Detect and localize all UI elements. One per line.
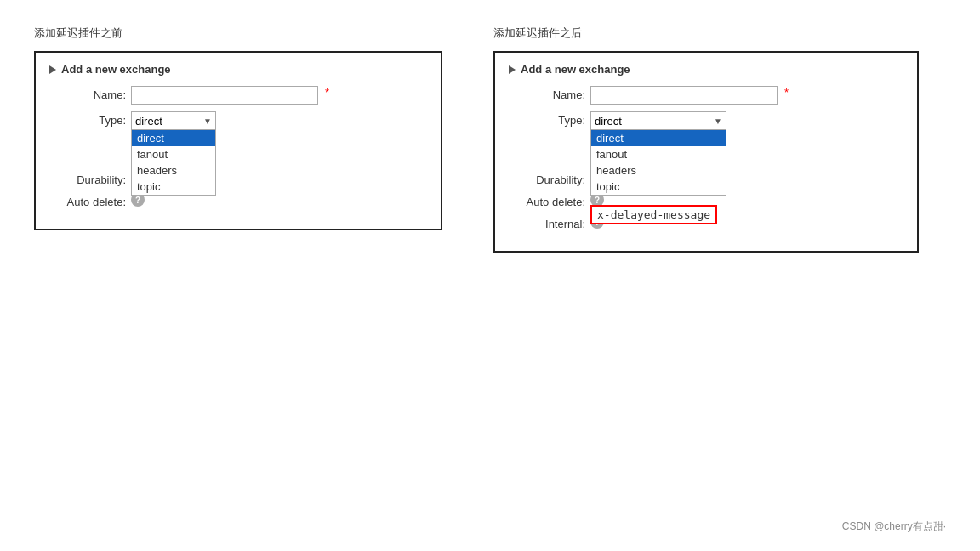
triangle-icon xyxy=(49,65,56,74)
right-extra-option-wrapper: x-delayed-message xyxy=(590,205,717,224)
left-exchange-box: Add a new exchange Name: * Type: direct … xyxy=(34,51,442,230)
left-chevron-icon: ▼ xyxy=(203,116,212,126)
right-triangle-icon xyxy=(509,65,516,74)
left-type-selected-value: direct xyxy=(135,115,162,128)
left-dropdown-list: direct fanout headers topic xyxy=(131,130,216,196)
right-option-topic[interactable]: topic xyxy=(591,179,726,195)
right-chevron-icon: ▼ xyxy=(714,116,722,126)
right-name-input[interactable] xyxy=(590,86,778,105)
left-type-select[interactable]: direct ▼ xyxy=(131,111,216,130)
left-type-row: Type: direct ▼ direct fanout headers top… xyxy=(49,111,427,130)
right-auto-delete-label: Auto delete: xyxy=(509,193,585,208)
right-option-headers[interactable]: headers xyxy=(591,162,726,179)
right-type-row: Type: direct ▼ direct fanout headers top… xyxy=(509,111,903,130)
left-panel-title: 添加延迟插件之前 xyxy=(34,26,442,41)
left-option-headers[interactable]: headers xyxy=(132,162,215,179)
right-name-row: Name: * xyxy=(509,86,903,105)
left-auto-delete-label: Auto delete: xyxy=(49,193,126,208)
watermark: CSDN @cherry有点甜· xyxy=(842,520,946,534)
left-name-required: * xyxy=(325,86,329,99)
left-auto-delete-row: Auto delete: ? xyxy=(49,193,427,208)
left-durability-row: Durability: xyxy=(49,171,427,186)
right-exchange-header: Add a new exchange xyxy=(509,63,903,76)
left-option-fanout[interactable]: fanout xyxy=(132,146,215,162)
left-name-label: Name: xyxy=(49,86,126,101)
right-exchange-box: Add a new exchange Name: * Type: direct … xyxy=(493,51,919,253)
right-panel-title: 添加延迟插件之后 xyxy=(493,26,919,41)
left-type-select-wrapper: direct ▼ direct fanout headers topic xyxy=(131,111,216,130)
right-type-select-wrapper: direct ▼ direct fanout headers topic x-d… xyxy=(590,111,726,130)
right-dropdown-list: direct fanout headers topic xyxy=(590,130,726,196)
right-type-label: Type: xyxy=(509,111,585,127)
left-name-row: Name: * xyxy=(49,86,427,105)
right-exchange-header-label: Add a new exchange xyxy=(521,63,630,76)
left-exchange-header-label: Add a new exchange xyxy=(61,63,171,76)
left-exchange-header: Add a new exchange xyxy=(49,63,427,76)
left-option-topic[interactable]: topic xyxy=(132,179,215,195)
left-type-label: Type: xyxy=(49,111,126,127)
right-type-select[interactable]: direct ▼ xyxy=(590,111,726,130)
left-name-input[interactable] xyxy=(131,86,318,105)
right-extra-option[interactable]: x-delayed-message xyxy=(590,205,717,224)
right-type-selected-value: direct xyxy=(595,115,622,128)
left-panel: 添加延迟插件之前 Add a new exchange Name: * Type… xyxy=(34,26,442,253)
right-panel: 添加延迟插件之后 Add a new exchange Name: * Type… xyxy=(493,26,919,253)
right-internal-label: Internal: xyxy=(509,215,585,230)
left-durability-label: Durability: xyxy=(49,171,126,186)
right-name-label: Name: xyxy=(509,86,585,101)
right-option-fanout[interactable]: fanout xyxy=(591,146,726,162)
right-option-direct[interactable]: direct xyxy=(591,130,726,146)
right-durability-label: Durability: xyxy=(509,171,585,186)
left-option-direct[interactable]: direct xyxy=(132,130,215,146)
right-name-required: * xyxy=(784,86,789,99)
